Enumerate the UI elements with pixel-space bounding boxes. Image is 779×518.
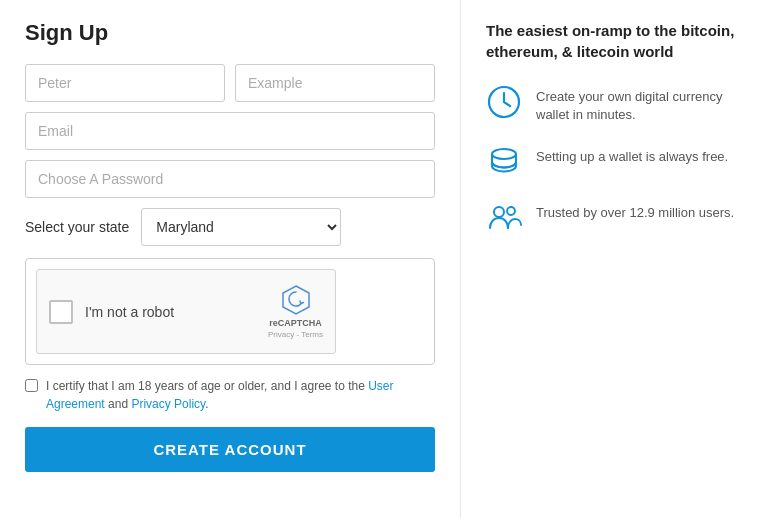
captcha-box: I'm not a robot reCAPTCHA Privacy - Term… <box>25 258 435 365</box>
feature-text-wallet: Create your own digital currency wallet … <box>536 84 754 124</box>
feature-item-wallet: Create your own digital currency wallet … <box>486 84 754 124</box>
page-title: Sign Up <box>25 20 435 46</box>
feature-item-trusted: Trusted by over 12.9 million users. <box>486 200 754 236</box>
last-name-input[interactable] <box>235 64 435 102</box>
captcha-inner[interactable]: I'm not a robot reCAPTCHA Privacy - Term… <box>36 269 336 354</box>
recaptcha-logo-icon <box>280 284 312 316</box>
left-panel: Sign Up Select your state Maryland Alaba… <box>0 0 460 518</box>
terms-text-mid: and <box>105 397 132 411</box>
state-label: Select your state <box>25 219 129 235</box>
first-name-input[interactable] <box>25 64 225 102</box>
terms-text-before: I certify that I am 18 years of age or o… <box>46 379 368 393</box>
terms-row: I certify that I am 18 years of age or o… <box>25 377 435 413</box>
password-wrap <box>25 160 435 198</box>
users-icon <box>486 200 522 236</box>
state-select[interactable]: Maryland Alabama Alaska Arizona Californ… <box>141 208 341 246</box>
terms-checkbox[interactable] <box>25 379 38 392</box>
email-input[interactable] <box>25 112 435 150</box>
svg-point-2 <box>494 207 504 217</box>
right-panel: The easiest on-ramp to the bitcoin, ethe… <box>460 0 779 518</box>
captcha-label: I'm not a robot <box>85 304 174 320</box>
name-row <box>25 64 435 102</box>
tagline: The easiest on-ramp to the bitcoin, ethe… <box>486 20 754 62</box>
email-wrap <box>25 112 435 150</box>
svg-point-1 <box>492 149 516 159</box>
feature-item-free: Setting up a wallet is always free. <box>486 144 754 180</box>
captcha-right: reCAPTCHA Privacy - Terms <box>268 284 323 339</box>
clock-icon <box>486 84 522 120</box>
svg-point-3 <box>507 207 515 215</box>
terms-text-end: . <box>205 397 208 411</box>
privacy-policy-link[interactable]: Privacy Policy <box>131 397 205 411</box>
password-input[interactable] <box>25 160 435 198</box>
captcha-left: I'm not a robot <box>49 300 174 324</box>
terms-text: I certify that I am 18 years of age or o… <box>46 377 435 413</box>
state-row: Select your state Maryland Alabama Alask… <box>25 208 435 246</box>
feature-text-trusted: Trusted by over 12.9 million users. <box>536 200 734 222</box>
captcha-checkbox[interactable] <box>49 300 73 324</box>
create-account-button[interactable]: CREATE ACCOUNT <box>25 427 435 472</box>
coins-icon <box>486 144 522 180</box>
captcha-brand-text: reCAPTCHA <box>269 318 322 328</box>
captcha-links-text: Privacy - Terms <box>268 330 323 339</box>
feature-text-free: Setting up a wallet is always free. <box>536 144 728 166</box>
